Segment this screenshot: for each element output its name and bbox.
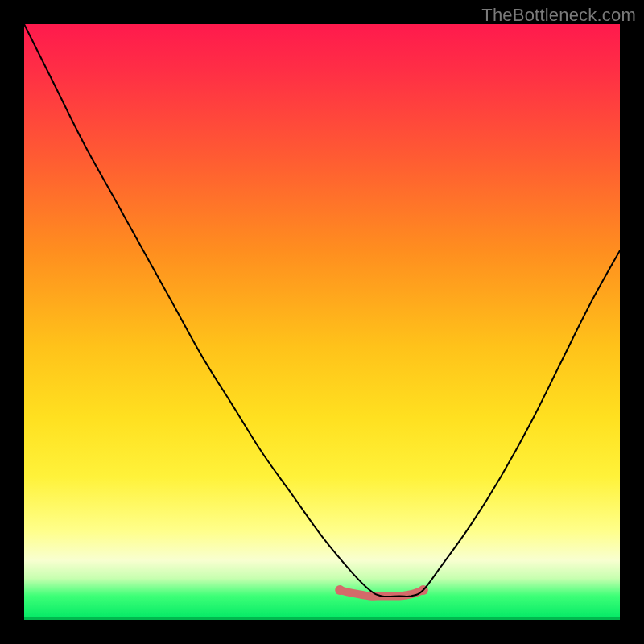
plot-svg bbox=[24, 24, 620, 620]
chart-frame: TheBottleneck.com bbox=[0, 0, 644, 644]
plot-area bbox=[24, 24, 620, 620]
trough-marker-dot-left bbox=[335, 585, 345, 595]
bottleneck-curve bbox=[24, 24, 620, 597]
watermark-text: TheBottleneck.com bbox=[481, 5, 636, 26]
